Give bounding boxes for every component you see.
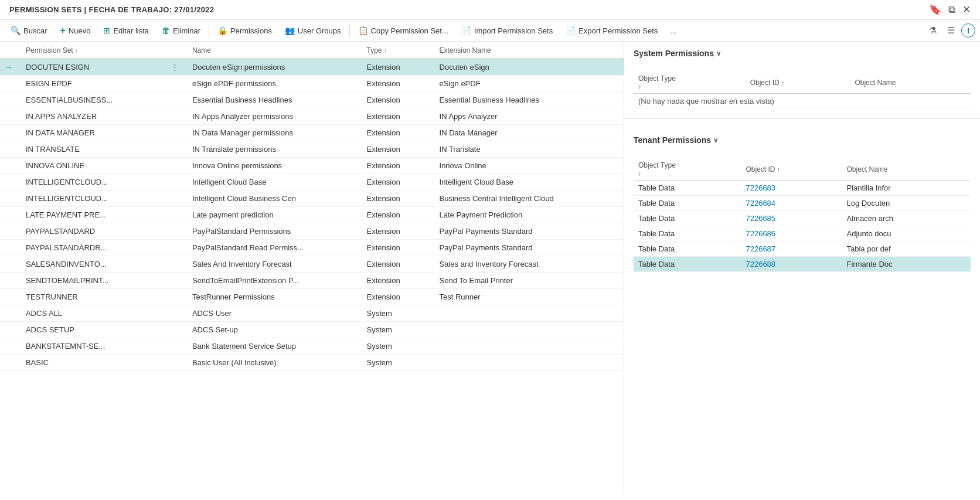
- row-menu-cell: ⋮: [166, 240, 188, 256]
- tenant-cell-object-type: Table Data: [634, 211, 741, 226]
- user-groups-button[interactable]: 👥 User Groups: [279, 23, 347, 38]
- table-row[interactable]: SALESANDINVENTO...⋮Sales And Inventory F…: [0, 256, 624, 273]
- cell-type: Extension: [362, 59, 435, 76]
- tenant-permissions-header[interactable]: Tenant Permissions ∨: [624, 128, 980, 149]
- tenant-cell-object-name: Firmante Doc: [842, 257, 971, 272]
- cell-extension-name: Innova Online: [435, 158, 624, 174]
- table-row[interactable]: INNOVA ONLINE⋮Innova Online permissionsE…: [0, 158, 624, 174]
- separator-2: [349, 24, 350, 37]
- new-button[interactable]: + Nuevo: [54, 22, 96, 39]
- table-row[interactable]: TESTRUNNER⋮TestRunner PermissionsExtensi…: [0, 289, 624, 305]
- cell-type: Extension: [362, 174, 435, 191]
- cell-extension-name: [435, 338, 624, 355]
- cell-permission-set: IN APPS ANALYZER: [21, 108, 166, 125]
- table-row[interactable]: ESSENTIALBUSINESS...⋮Essential Business …: [0, 92, 624, 108]
- cell-permission-set: INTELLIGENTCLOUD...: [21, 174, 166, 191]
- cell-permission-set: IN DATA MANAGER: [21, 125, 166, 141]
- tenant-row: Table Data7226684Log Docuten: [634, 196, 971, 211]
- row-arrow: [0, 355, 21, 371]
- separator-1: [209, 24, 209, 37]
- row-arrow: [0, 174, 21, 191]
- sys-col-object-type[interactable]: Object Type ↑: [634, 72, 746, 94]
- cell-type: Extension: [362, 158, 435, 174]
- sys-col-object-name[interactable]: Object Name: [850, 72, 971, 94]
- table-row[interactable]: IN TRANSLATE⋮IN Translate permissionsExt…: [0, 141, 624, 158]
- cell-name: PayPalStandard Read Permiss...: [188, 240, 362, 256]
- table-row[interactable]: INTELLIGENTCLOUD...⋮Intelligent Cloud Bu…: [0, 191, 624, 207]
- ten-col-object-name[interactable]: Object Name: [842, 159, 971, 181]
- tenant-cell-object-type: Table Data: [634, 226, 741, 242]
- table-row[interactable]: PAYPALSTANDARD⋮PayPalStandard Permission…: [0, 223, 624, 240]
- copy-permission-set-button[interactable]: 📋 Copy Permission Set...: [352, 23, 454, 38]
- cell-extension-name: Intelligent Cloud Base: [435, 174, 624, 191]
- filter-icon-button[interactable]: ⚗: [925, 22, 941, 39]
- table-row[interactable]: SENDTOEMAILPRINT...⋮SendToEmailPrintExte…: [0, 273, 624, 289]
- toolbar-right-actions: ⚗ ☰ i: [925, 22, 975, 39]
- sort-type: ↑: [384, 47, 387, 54]
- cell-extension-name: [435, 322, 624, 338]
- tenant-permissions-header-row: Object Type ↑ Object ID ↑ Object Name: [634, 159, 971, 181]
- system-permissions-header[interactable]: System Permissions ∨: [624, 42, 980, 63]
- col-type[interactable]: Type ↑: [362, 42, 435, 59]
- tenant-cell-object-id[interactable]: 7226684: [741, 196, 842, 211]
- tenant-cell-object-id[interactable]: 7226688: [741, 257, 842, 272]
- panel-divider: [624, 118, 980, 119]
- table-row[interactable]: IN APPS ANALYZER⋮IN Apps Analyzer permis…: [0, 108, 624, 125]
- expand-icon[interactable]: ⧉: [948, 4, 955, 16]
- row-context-menu-icon[interactable]: ⋮: [171, 63, 179, 72]
- tenant-cell-object-id[interactable]: 7226686: [741, 226, 842, 242]
- import-permission-sets-button[interactable]: 📄 Import Permission Sets: [455, 23, 559, 38]
- table-row[interactable]: ADCS SETUP⋮ADCS Set-upSystem: [0, 322, 624, 338]
- table-row[interactable]: BASIC⋮Basic User (All Inclusive)System: [0, 355, 624, 371]
- delete-button[interactable]: 🗑 Eliminar: [156, 23, 206, 38]
- tenant-cell-object-id[interactable]: 7226685: [741, 211, 842, 226]
- ten-col-object-type[interactable]: Object Type ↑: [634, 159, 741, 181]
- tenant-body: Table Data7226683Plantilla InforTable Da…: [634, 181, 971, 272]
- table-row[interactable]: INTELLIGENTCLOUD...⋮Intelligent Cloud Ba…: [0, 174, 624, 191]
- system-permissions-chevron: ∨: [716, 50, 721, 57]
- title-bar-actions: 🔖 ⧉ ✕: [929, 4, 971, 16]
- table-row[interactable]: PAYPALSTANDARDR...⋮PayPalStandard Read P…: [0, 240, 624, 256]
- info-icon-button[interactable]: i: [961, 23, 975, 38]
- search-button[interactable]: 🔍 Buscar: [5, 23, 53, 38]
- table-row[interactable]: BANKSTATEMNT-SE...⋮Bank Statement Servic…: [0, 338, 624, 355]
- cell-name: PayPalStandard Permissions: [188, 223, 362, 240]
- col-extension-name[interactable]: Extension Name: [435, 42, 624, 59]
- sys-empty-message: (No hay nada que mostrar en esta vista): [634, 94, 971, 109]
- table-row[interactable]: →DOCUTEN ESIGN⋮Docuten eSign permissions…: [0, 59, 624, 76]
- tenant-cell-object-id[interactable]: 7226687: [741, 242, 842, 257]
- table-row[interactable]: ESIGN EPDF⋮eSign ePDF permissionsExtensi…: [0, 76, 624, 92]
- ten-col-object-id[interactable]: Object ID ↑: [741, 159, 842, 181]
- col-permission-set[interactable]: Permission Set ↑: [21, 42, 166, 59]
- bookmark-icon[interactable]: 🔖: [929, 4, 941, 16]
- cell-extension-name: [435, 355, 624, 371]
- close-icon[interactable]: ✕: [962, 4, 971, 16]
- row-arrow: [0, 322, 21, 338]
- col-name[interactable]: Name: [188, 42, 362, 59]
- cell-permission-set: DOCUTEN ESIGN: [21, 59, 166, 76]
- cell-type: Extension: [362, 256, 435, 273]
- cell-permission-set: INNOVA ONLINE: [21, 158, 166, 174]
- edit-list-icon: ⊞: [103, 26, 110, 35]
- cell-type: System: [362, 305, 435, 322]
- cell-name: Docuten eSign permissions: [188, 59, 362, 76]
- more-button[interactable]: ...: [665, 23, 683, 38]
- tenant-cell-object-type: Table Data: [634, 242, 741, 257]
- cell-name: ADCS User: [188, 305, 362, 322]
- cell-type: Extension: [362, 92, 435, 108]
- cell-name: Bank Statement Service Setup: [188, 338, 362, 355]
- edit-list-button[interactable]: ⊞ Editar lista: [97, 23, 155, 38]
- export-permission-sets-button[interactable]: 📄 Export Permission Sets: [560, 23, 663, 38]
- cell-extension-name: Essential Business Headlines: [435, 92, 624, 108]
- cell-name: Late payment prediction: [188, 207, 362, 223]
- permissions-button[interactable]: 🔒 Permissions: [212, 23, 278, 38]
- table-row[interactable]: IN DATA MANAGER⋮IN Data Manager permissi…: [0, 125, 624, 141]
- right-panel: System Permissions ∨ Object Type ↑ Objec…: [624, 42, 980, 495]
- sys-col-object-id[interactable]: Object ID ↑: [746, 72, 850, 94]
- table-row[interactable]: ADCS ALL⋮ADCS UserSystem: [0, 305, 624, 322]
- table-row[interactable]: LATE PAYMENT PRE...⋮Late payment predict…: [0, 207, 624, 223]
- cell-name: IN Translate permissions: [188, 141, 362, 158]
- columns-icon-button[interactable]: ☰: [943, 22, 959, 39]
- tenant-cell-object-id[interactable]: 7226683: [741, 181, 842, 196]
- row-menu-cell: ⋮: [166, 289, 188, 305]
